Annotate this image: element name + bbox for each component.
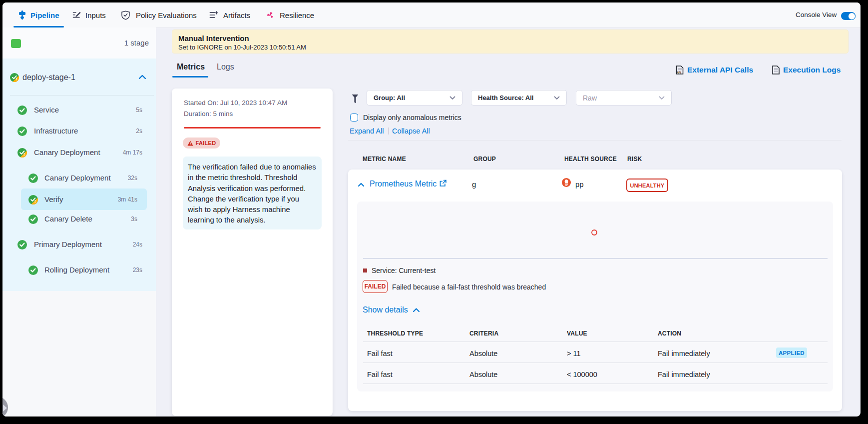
- svg-text:API: API: [676, 71, 681, 74]
